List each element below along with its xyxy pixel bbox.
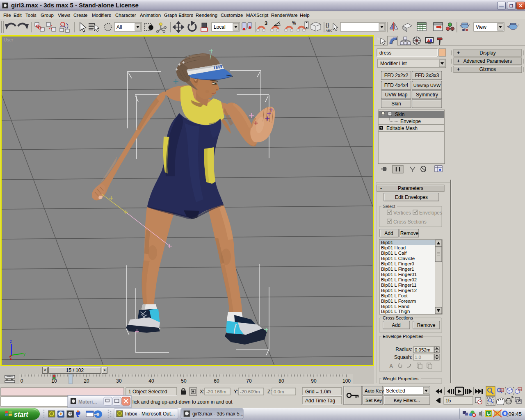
svg-text:Add: Add	[392, 322, 400, 328]
svg-text:Bip01 L Finger01: Bip01 L Finger01	[381, 272, 417, 277]
svg-text:40: 40	[148, 378, 154, 384]
svg-text:Display: Display	[479, 50, 495, 56]
svg-text:0: 0	[21, 378, 23, 384]
svg-text:15: 15	[445, 398, 451, 404]
svg-text:Local: Local	[214, 24, 226, 30]
svg-text:Skin: Skin	[395, 112, 404, 117]
svg-text:+: +	[457, 50, 460, 56]
svg-text:Unwrap UVW: Unwrap UVW	[413, 83, 441, 88]
svg-text:ABC: ABC	[326, 29, 333, 32]
svg-text:Cross Sections: Cross Sections	[393, 219, 427, 225]
svg-text:Bip01: Bip01	[381, 240, 393, 245]
svg-text:Selected: Selected	[386, 388, 405, 394]
svg-text:-: -	[380, 185, 382, 191]
svg-text:50: 50	[181, 378, 187, 384]
svg-text:Envelope: Envelope	[400, 119, 421, 124]
svg-text:Bip01 L Finger11: Bip01 L Finger11	[381, 283, 416, 288]
svg-text:Remove: Remove	[400, 231, 419, 236]
svg-text:All: All	[116, 24, 122, 30]
svg-text:90: 90	[311, 378, 317, 384]
svg-text:Gizmos: Gizmos	[479, 66, 496, 72]
svg-text:Inbox - Microsoft Out...: Inbox - Microsoft Out...	[125, 411, 175, 417]
svg-text:X:: X:	[200, 389, 204, 395]
svg-text:Bip01 L Forearm: Bip01 L Forearm	[381, 299, 416, 304]
svg-text:09:45: 09:45	[508, 411, 522, 417]
svg-text:Remove: Remove	[417, 322, 436, 328]
svg-text:Squash:: Squash:	[394, 354, 412, 360]
svg-text:View: View	[476, 24, 486, 30]
svg-text:Advanced Parameters: Advanced Parameters	[463, 58, 512, 64]
svg-text:Select: Select	[383, 204, 395, 209]
svg-text:Bip01 L Hand: Bip01 L Hand	[381, 304, 409, 309]
svg-text:FFD 3x3x3: FFD 3x3x3	[415, 73, 439, 78]
svg-text:dress: dress	[379, 50, 391, 56]
svg-text:Bip01 Head: Bip01 Head	[381, 245, 406, 250]
svg-text:y: y	[23, 352, 25, 356]
svg-text:Skin: Skin	[391, 101, 401, 107]
svg-text:20: 20	[84, 378, 89, 384]
svg-text:60: 60	[214, 378, 219, 384]
svg-text:0.052m: 0.052m	[415, 347, 430, 352]
svg-text:Envelopes: Envelopes	[419, 210, 442, 216]
svg-text:Set Key: Set Key	[365, 398, 382, 403]
svg-text:FFD 2x2x2: FFD 2x2x2	[384, 73, 409, 78]
svg-text:80: 80	[278, 378, 284, 384]
svg-text:lick and drag up-and-down to z: lick and drag up-and-down to zoom in and…	[132, 399, 233, 405]
svg-text:Edit Envelopes: Edit Envelopes	[395, 194, 428, 200]
svg-text:Bip01 L Clavicle: Bip01 L Clavicle	[381, 256, 415, 261]
svg-text:Cross Sections: Cross Sections	[383, 315, 413, 320]
svg-text:Modifier List: Modifier List	[380, 61, 407, 66]
svg-text:Z:: Z:	[267, 389, 272, 395]
svg-text:Weight Properties: Weight Properties	[383, 376, 419, 381]
svg-text:-20.609m: -20.609m	[240, 389, 260, 394]
svg-text:Bip01 L Finger1: Bip01 L Finger1	[381, 267, 414, 272]
svg-text:1 Object Selected: 1 Object Selected	[128, 389, 167, 395]
svg-text:Bip01 L Foot: Bip01 L Foot	[381, 293, 408, 298]
svg-text:Vertices: Vertices	[393, 210, 411, 216]
svg-text:Parameters: Parameters	[398, 185, 423, 191]
svg-text:z: z	[10, 339, 12, 344]
svg-text:Envelope Properties: Envelope Properties	[383, 334, 424, 339]
svg-text:Key Filters...: Key Filters...	[394, 398, 420, 403]
svg-text:start: start	[14, 411, 28, 418]
svg-text:30: 30	[116, 378, 122, 384]
svg-text:Materi...: Materi...	[78, 399, 97, 405]
svg-text:Editable Mesh: Editable Mesh	[386, 126, 418, 131]
svg-text:Bip01 L Calf: Bip01 L Calf	[381, 251, 407, 256]
svg-text:1.0: 1.0	[415, 355, 421, 360]
svg-text:Radius:: Radius:	[395, 347, 412, 352]
svg-text:UVW Map: UVW Map	[385, 92, 408, 98]
svg-text:100: 100	[342, 378, 351, 384]
svg-text:Symmetry: Symmetry	[416, 92, 438, 98]
svg-text:Auto Key: Auto Key	[365, 388, 384, 393]
svg-text:+: +	[457, 58, 460, 64]
svg-text:Bip01 L Thigh: Bip01 L Thigh	[381, 309, 410, 314]
svg-text:%: %	[292, 21, 296, 25]
svg-text:{}: {}	[326, 22, 329, 28]
svg-text:A: A	[389, 363, 393, 369]
svg-text:x: x	[10, 356, 12, 361]
svg-text:girl3.max - 3ds max 5...: girl3.max - 3ds max 5...	[192, 411, 244, 417]
svg-text:+: +	[457, 66, 460, 72]
svg-text:Bip01 L Finger0: Bip01 L Finger0	[381, 261, 414, 266]
svg-text:Add Time Tag: Add Time Tag	[305, 398, 335, 404]
svg-text:-20.166m: -20.166m	[206, 389, 226, 394]
svg-text:Add: Add	[384, 231, 393, 236]
svg-text:3: 3	[265, 20, 267, 26]
svg-text:Y:: Y:	[234, 389, 238, 395]
svg-text:Grid = 1.0m: Grid = 1.0m	[305, 389, 331, 395]
svg-text:FFD 4x4x4: FFD 4x4x4	[384, 82, 409, 88]
svg-text:0.0m: 0.0m	[274, 389, 284, 394]
svg-text:Bip01 L Finger02: Bip01 L Finger02	[381, 277, 417, 282]
svg-text:Bip01 L Finger12: Bip01 L Finger12	[381, 288, 417, 293]
svg-text:70: 70	[246, 378, 252, 384]
